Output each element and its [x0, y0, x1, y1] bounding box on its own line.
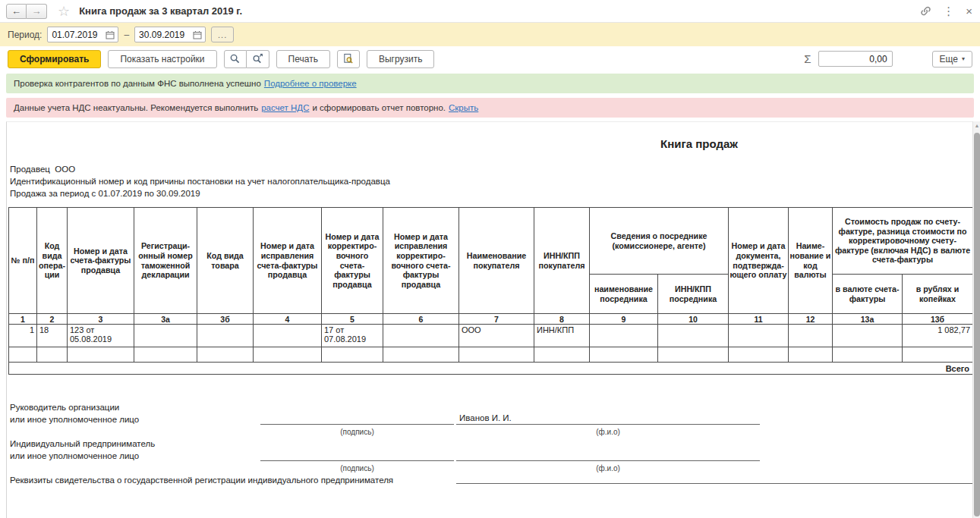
sigma-symbol: Σ — [804, 52, 811, 65]
vat-warning-text-before: Данные учета НДС неактуальны. Рекомендуе… — [14, 103, 258, 112]
generate-button[interactable]: Сформировать — [8, 50, 101, 68]
cell-mediator-inn[interactable] — [658, 325, 729, 347]
search-next-icon — [252, 53, 263, 64]
fns-check-text: Проверка контрагентов по данным ФНС выпо… — [14, 79, 261, 88]
fns-check-details-link[interactable]: Подробнее о проверке — [264, 79, 357, 88]
calendar-icon[interactable] — [106, 30, 115, 39]
signature-section: Руководитель организации или иное уполно… — [10, 401, 973, 500]
col-num: 8 — [534, 314, 590, 325]
calendar-icon[interactable] — [193, 30, 202, 39]
fns-check-alert: Проверка контрагентов по данным ФНС выпо… — [6, 74, 974, 93]
cell-adjustment-correction[interactable] — [383, 325, 459, 347]
period-more-button[interactable]: ... — [211, 27, 234, 42]
sign-caption: (подпись) — [260, 428, 454, 436]
report-panel: Книга продаж Продавец ООО Идентификацион… — [6, 121, 972, 518]
forward-button[interactable]: → — [27, 4, 47, 19]
entrepreneur-label-1: Индивидуальный предприниматель — [10, 439, 155, 448]
print-preview-button[interactable] — [337, 50, 360, 68]
report-title: Книга продаж — [585, 137, 813, 150]
cell-payment-doc[interactable] — [729, 325, 789, 347]
sign-caption: (подпись) — [260, 464, 454, 472]
total-row: Всего — [9, 363, 973, 375]
fio-caption: (ф.и.о) — [456, 428, 760, 436]
cell-customs-number[interactable] — [134, 325, 197, 347]
sales-book-table: № п/п Код вида опера-ции Номер и дата сч… — [8, 207, 973, 375]
table-row: 1 18 123 от 05.08.2019 17 от 07.08.2019 … — [9, 325, 973, 347]
col-header-buyer-name: Наименование покупателя — [459, 208, 534, 314]
period-bar: Период: 01.07.2019 – 30.09.2019 ... — [0, 23, 980, 46]
col-header-mediator-inn: ИНН/КПП посредника — [658, 275, 729, 314]
chevron-down-icon: ▾ — [962, 55, 965, 62]
col-num: 13а — [833, 314, 903, 325]
col-num: 2 — [37, 314, 68, 325]
more-button[interactable]: Еще ▾ — [932, 51, 972, 67]
print-preview-icon — [342, 53, 354, 64]
nav-history-group: ← → — [6, 4, 47, 19]
inn-line: Идентификационный номер и код причины по… — [10, 177, 390, 186]
col-num: 3а — [134, 314, 197, 325]
cell-invoice[interactable]: 123 от 05.08.2019 — [68, 325, 134, 347]
cell-buyer-name[interactable]: ООО — [459, 325, 534, 347]
col-header-mediator-name: наименование посредника — [590, 275, 658, 314]
export-button[interactable]: Выгрузить — [367, 50, 435, 68]
print-button[interactable]: Печать — [276, 50, 330, 68]
entrepreneur-fio-line — [456, 448, 760, 461]
col-num: 12 — [789, 314, 833, 325]
sum-value: 0,00 — [869, 54, 887, 64]
col-group-cost: Стоимость продаж по счету-фактуре, разни… — [833, 208, 973, 275]
col-num: 5 — [322, 314, 383, 325]
favorite-star-icon[interactable]: ☆ — [58, 5, 70, 18]
column-number-row: 1 2 3 3а 3б 4 5 6 7 8 9 10 11 12 13а 13б — [9, 314, 973, 325]
hide-alert-link[interactable]: Скрыть — [449, 103, 478, 112]
link-icon[interactable] — [920, 5, 931, 17]
cell-cost-currency[interactable] — [833, 325, 903, 347]
cell-goods-code[interactable] — [197, 325, 254, 347]
manager-fio-line — [456, 412, 760, 425]
cell-currency[interactable] — [789, 325, 833, 347]
col-header-customs-number: Регистраци-онный номер таможенной деклар… — [134, 208, 197, 314]
col-num: 1 — [9, 314, 37, 325]
period-from-input[interactable]: 01.07.2019 — [47, 27, 118, 42]
menu-kebab-icon[interactable]: ⋮ — [943, 5, 954, 17]
period-to-value: 30.09.2019 — [139, 30, 184, 40]
cell-cost-rubles[interactable]: 1 082,77 — [903, 325, 973, 347]
cell-npp[interactable]: 1 — [9, 325, 37, 347]
col-header-adjustment-correction: Номер и дата исправления корректиро-вочн… — [383, 208, 459, 314]
col-num: 11 — [729, 314, 789, 325]
col-header-npp: № п/п — [9, 208, 37, 314]
search-button[interactable] — [224, 50, 247, 68]
col-header-operation-code: Код вида опера-ции — [37, 208, 68, 314]
col-num: 6 — [383, 314, 459, 325]
back-button[interactable]: ← — [6, 4, 27, 19]
vertical-scrollbar[interactable]: ▲ — [972, 121, 980, 518]
col-group-mediator: Сведения о посреднике (комиссионере, аге… — [590, 208, 729, 275]
seller-line: Продавец ООО — [10, 165, 75, 174]
scrollbar-thumb[interactable] — [974, 133, 980, 516]
vat-calc-link[interactable]: расчет НДС — [261, 103, 309, 112]
requisites-line — [456, 471, 973, 484]
period-separator: – — [124, 30, 129, 40]
col-num: 4 — [254, 314, 322, 325]
col-num: 9 — [590, 314, 658, 325]
cell-invoice-correction[interactable] — [254, 325, 322, 347]
period-to-input[interactable]: 30.09.2019 — [134, 27, 206, 42]
cell-mediator-name[interactable] — [590, 325, 658, 347]
col-num: 3б — [197, 314, 254, 325]
sales-period-line: Продажа за период с 01.07.2019 по 30.09.… — [10, 189, 200, 198]
search-next-button[interactable] — [247, 50, 269, 68]
cell-adjustment-invoice[interactable]: 17 от 07.08.2019 — [322, 325, 383, 347]
col-header-invoice-correction: Номер и дата исправления счета-фактуры п… — [254, 208, 322, 314]
cell-operation-code[interactable]: 18 — [37, 325, 68, 347]
sum-input[interactable]: 0,00 — [818, 51, 893, 67]
col-header-cost-rubles: в рублях и копейках — [903, 275, 973, 314]
entrepreneur-sign-line — [260, 448, 454, 461]
period-label: Период: — [8, 30, 42, 40]
col-num: 7 — [459, 314, 534, 325]
cell-buyer-inn[interactable]: ИНН/КПП — [534, 325, 590, 347]
vat-warning-alert: Данные учета НДС неактуальны. Рекомендуе… — [6, 98, 974, 118]
col-num: 13б — [903, 314, 973, 325]
show-settings-button[interactable]: Показать настройки — [108, 50, 216, 68]
table-row-empty — [9, 347, 973, 363]
scroll-up-icon[interactable]: ▲ — [973, 123, 980, 128]
close-icon[interactable]: × — [966, 5, 972, 17]
